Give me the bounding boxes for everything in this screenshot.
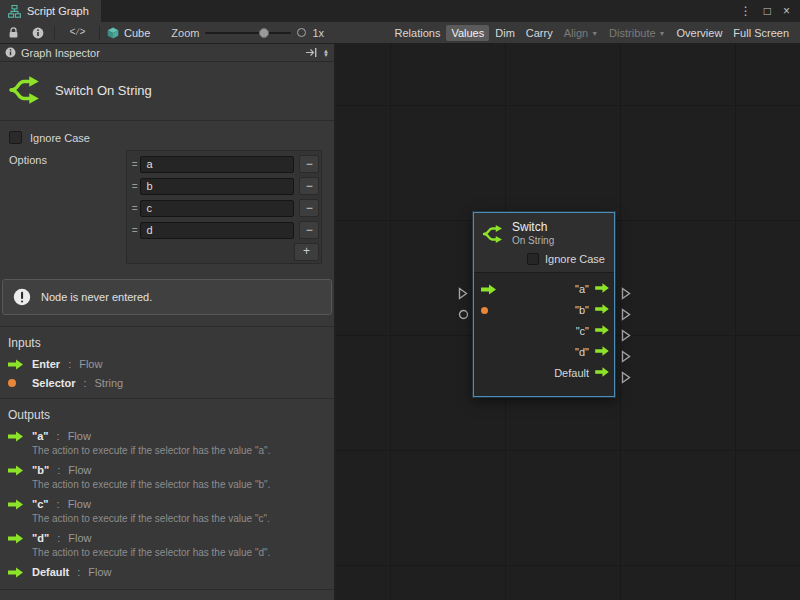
node-header[interactable]: Switch On String [474, 213, 614, 250]
ignore-case-checkbox[interactable] [527, 253, 539, 265]
align-dropdown[interactable]: Align▼ [559, 25, 603, 41]
drag-handle-icon[interactable]: = [129, 225, 140, 236]
fullscreen-button[interactable]: Full Screen [728, 25, 794, 41]
flow-out-arrow-icon[interactable] [595, 283, 609, 295]
inspector-footer [0, 589, 334, 600]
warning-box: Node is never entered. [2, 279, 332, 315]
remove-option-button[interactable]: − [299, 199, 319, 217]
zoom-reset-icon[interactable] [297, 28, 306, 37]
flow-in-arrow-icon[interactable] [481, 284, 498, 295]
relations-button[interactable]: Relations [390, 25, 446, 41]
output-d: "d" : Flow The action to execute if the … [0, 527, 334, 561]
maximize-icon[interactable]: □ [764, 4, 771, 18]
external-flow-output-port[interactable] [621, 329, 631, 342]
distribute-dropdown[interactable]: Distribute▼ [604, 25, 670, 41]
carry-button[interactable]: Carry [521, 25, 558, 41]
drag-handle-icon[interactable]: = [129, 181, 140, 192]
overview-button[interactable]: Overview [672, 25, 728, 41]
values-button[interactable]: Values [446, 25, 489, 41]
zoom-control: Zoom 1x [171, 27, 324, 39]
node-port-row: "b" [474, 300, 614, 321]
spin-down-icon: ▼ [323, 53, 329, 57]
context-label: Cube [124, 27, 150, 39]
node-title: Switch [512, 220, 554, 235]
zoom-slider-knob[interactable] [259, 28, 269, 38]
warning-icon [13, 288, 31, 306]
info-icon[interactable] [29, 24, 47, 42]
external-flow-input-port[interactable] [458, 287, 468, 300]
close-icon[interactable]: × [783, 4, 790, 18]
flow-arrow-icon [8, 499, 24, 510]
port-label: Default [554, 367, 589, 379]
tab-script-graph[interactable]: Script Graph [0, 0, 101, 22]
code-view-icon[interactable]: <∕> [62, 24, 92, 42]
output-description: The action to execute if the selector ha… [32, 445, 326, 456]
inputs-header: Inputs [0, 326, 334, 353]
ignore-case-row: Ignore Case [0, 121, 334, 146]
options-label: Options [9, 150, 47, 264]
output-description: The action to execute if the selector ha… [32, 547, 326, 558]
panel-spinner[interactable]: ▲ ▼ [323, 49, 331, 57]
selector-value-dot-icon[interactable] [481, 307, 498, 314]
zoom-label: Zoom [171, 27, 199, 39]
flow-arrow-icon [8, 431, 24, 442]
lock-icon[interactable] [4, 24, 22, 42]
node-port-row: Default [474, 363, 614, 384]
option-input[interactable] [140, 200, 294, 217]
zoom-value: 1x [312, 27, 324, 39]
toolbar-separator [99, 26, 100, 40]
zoom-slider[interactable] [205, 32, 291, 34]
option-row: = − [129, 175, 319, 197]
flow-arrow-icon [8, 567, 24, 578]
options-list: = − = − = − = [126, 150, 322, 264]
output-a: "a" : Flow The action to execute if the … [0, 425, 334, 459]
remove-option-button[interactable]: − [299, 155, 319, 173]
tab-title: Script Graph [27, 5, 89, 17]
switch-icon [8, 73, 42, 107]
option-input[interactable] [140, 222, 294, 239]
port-label: "d" [575, 346, 589, 358]
toolbar-buttons: Relations Values Dim Carry Align▼ Distri… [390, 25, 796, 41]
drag-handle-icon[interactable]: = [129, 159, 140, 170]
external-flow-output-port[interactable] [621, 308, 631, 321]
chevron-down-icon: ▼ [591, 30, 598, 37]
flow-out-arrow-icon[interactable] [595, 346, 609, 358]
window-menu-icon[interactable]: ⋮ [740, 4, 752, 18]
drag-handle-icon[interactable]: = [129, 203, 140, 214]
node-port-row: "c" [474, 321, 614, 342]
add-option-button[interactable]: + [294, 243, 319, 261]
unit-title: Switch On String [55, 83, 152, 98]
flow-out-arrow-icon[interactable] [595, 304, 609, 316]
output-c: "c" : Flow The action to execute if the … [0, 493, 334, 527]
external-flow-output-port[interactable] [621, 371, 631, 384]
toolbar-separator [54, 26, 55, 40]
ignore-case-checkbox[interactable] [9, 131, 22, 144]
dim-button[interactable]: Dim [490, 25, 520, 41]
add-option-row: + [129, 241, 319, 262]
main-area: Graph Inspector ▲ ▼ Switch O [0, 44, 800, 600]
node-port-row: "a" [474, 279, 614, 300]
flow-out-arrow-icon[interactable] [595, 325, 609, 337]
graph-context-button[interactable]: Cube [107, 27, 150, 39]
port-label: "b" [575, 304, 589, 316]
node-ports: "a" "b" "c" [474, 273, 614, 396]
value-port-icon [8, 379, 24, 387]
option-row: = − [129, 153, 319, 175]
output-description: The action to execute if the selector ha… [32, 479, 326, 490]
external-flow-output-port[interactable] [621, 350, 631, 363]
remove-option-button[interactable]: − [299, 221, 319, 239]
option-input[interactable] [140, 178, 294, 195]
inspector-header: Graph Inspector ▲ ▼ [0, 44, 334, 62]
external-value-input-port[interactable] [458, 309, 469, 320]
external-flow-output-port[interactable] [621, 287, 631, 300]
port-label: "a" [575, 283, 589, 295]
switch-on-string-node[interactable]: Switch On String Ignore Case "a" [473, 212, 615, 397]
graph-canvas[interactable]: Switch On String Ignore Case "a" [335, 44, 800, 600]
flow-out-arrow-icon[interactable] [595, 367, 609, 379]
flow-arrow-icon [8, 533, 24, 544]
ignore-case-label: Ignore Case [30, 132, 90, 144]
remove-option-button[interactable]: − [299, 177, 319, 195]
option-input[interactable] [140, 156, 294, 173]
dock-icon[interactable] [305, 47, 318, 58]
options-section: Options = − = − = − [0, 146, 334, 270]
